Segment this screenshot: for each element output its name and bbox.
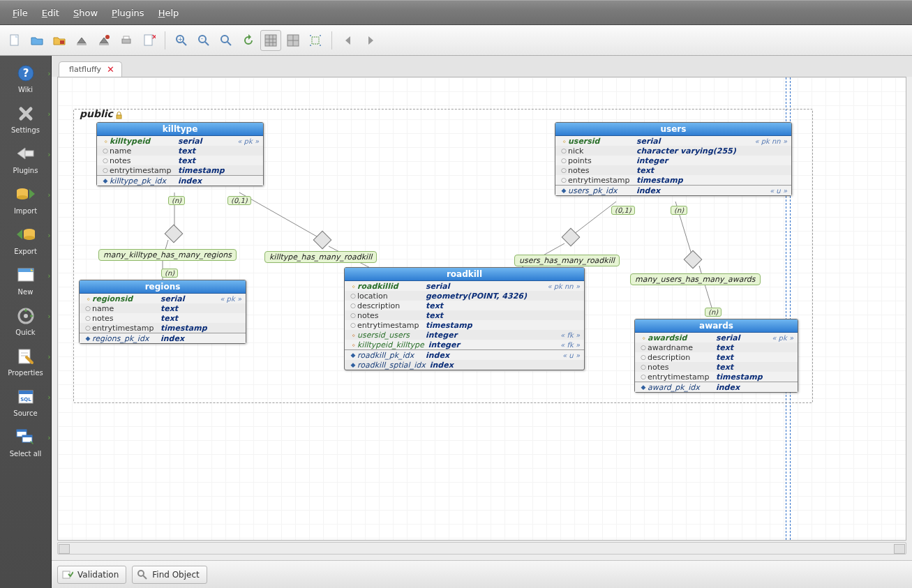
diagram-canvas[interactable]: public <box>58 77 906 540</box>
table-row[interactable]: ○descriptiontext <box>345 301 584 310</box>
validation-button[interactable]: Validation <box>57 566 126 584</box>
table-roadkill[interactable]: roadkill ⬦roadkillidserial« pk nn »○loca… <box>344 267 585 370</box>
table-row[interactable]: ◆roadkill_pk_idxindex« u » <box>345 350 584 360</box>
table-row[interactable]: ○entrytimestamptimestamp <box>555 175 791 185</box>
sidebar-new[interactable]: New <box>5 265 47 296</box>
column-type: timestamp <box>421 321 577 330</box>
find-object-button[interactable]: Find Object <box>132 566 207 584</box>
table-row[interactable]: ○entrytimestamptimestamp <box>80 323 246 333</box>
sidebar-export[interactable]: Export <box>5 225 47 255</box>
new-file-icon[interactable] <box>4 30 25 51</box>
table-row[interactable]: ⬦regionsidserial« pk » <box>80 294 246 303</box>
menu-file[interactable]: File <box>6 3 35 22</box>
table-row[interactable]: ○nametext <box>80 303 246 313</box>
table-row[interactable]: ○entrytimestamptimestamp <box>97 165 263 175</box>
column-type: timestamp <box>632 176 784 185</box>
table-row[interactable]: ⬦killtypeid_killtypeinteger« fk » <box>345 340 584 349</box>
sidebar-quick[interactable]: Quick <box>5 306 47 336</box>
svg-line-13 <box>205 42 209 45</box>
menu-show[interactable]: Show <box>66 3 105 22</box>
sidebar-plugins[interactable]: Plugins <box>5 144 47 174</box>
tab-close-icon[interactable]: ✕ <box>107 65 114 74</box>
rel-killtype-regions[interactable]: many_killtype_has_many_regions <box>98 249 237 261</box>
table-row[interactable]: ○notestext <box>80 313 246 323</box>
table-row[interactable]: ○notestext <box>635 362 798 372</box>
table-row[interactable]: ◆regions_pk_idxindex <box>80 333 246 343</box>
table-row[interactable]: ○notestext <box>555 165 791 175</box>
svg-text:-: - <box>201 36 203 42</box>
column-name: award_pk_idx <box>648 383 712 392</box>
snap-icon[interactable] <box>305 30 326 51</box>
nav-prev-icon[interactable] <box>338 30 359 51</box>
zoom-fit-icon[interactable] <box>216 30 237 51</box>
nav-next-icon[interactable] <box>360 30 381 51</box>
rel-users-roadkill[interactable]: users_has_many_roadkill <box>514 255 620 266</box>
column-name: entrytimestamp <box>357 321 421 330</box>
tab-model[interactable]: flatfluffy ✕ <box>59 61 122 77</box>
refresh-icon[interactable] <box>238 30 259 51</box>
statusbar: Validation Find Object <box>52 560 912 588</box>
svg-point-26 <box>310 35 311 36</box>
table-row[interactable]: ◆award_pk_idxindex <box>635 382 798 392</box>
menu-help[interactable]: Help <box>151 3 186 22</box>
table-row[interactable]: ◆users_pk_idxindex« u » <box>555 186 791 195</box>
zoom-out-icon[interactable]: - <box>193 30 214 51</box>
column-type: text <box>712 343 791 352</box>
pk-key-icon: ⬦ <box>560 137 568 144</box>
table-row[interactable]: ○entrytimestamptimestamp <box>345 320 584 330</box>
sidebar-wiki[interactable]: ?Wiki <box>5 63 47 93</box>
sidebar-properties[interactable]: Properties <box>5 346 47 377</box>
table-row[interactable]: ○notestext <box>345 310 584 320</box>
print-icon[interactable] <box>116 30 137 51</box>
sidebar-new-label: New <box>18 288 33 296</box>
table-row[interactable]: ○descriptiontext <box>635 352 798 362</box>
sidebar-settings[interactable]: Settings <box>5 103 47 134</box>
column-icon: ○ <box>639 354 648 361</box>
table-row[interactable]: ⬦roadkillidserial« pk nn » <box>345 281 584 291</box>
column-icon: ○ <box>84 315 92 322</box>
table-row[interactable]: ⬦usersidserial« pk nn » <box>555 136 791 146</box>
save-icon[interactable] <box>71 30 92 51</box>
column-name: usersid <box>568 137 632 146</box>
table-row[interactable]: ○pointsinteger <box>555 156 791 165</box>
table-row[interactable]: ◆roadkill_sptial_idxindex <box>345 360 584 370</box>
save-as-icon[interactable] <box>94 30 114 51</box>
cardinality: (n) <box>168 196 185 205</box>
rel-users-awards[interactable]: many_users_has_many_awards <box>630 273 761 285</box>
table-killtype[interactable]: killtype ⬦killtypeidserial« pk »○nametex… <box>96 122 264 186</box>
table-row[interactable]: ⬦usersid_usersinteger« fk » <box>345 330 584 340</box>
column-type: timestamp <box>712 372 791 382</box>
table-row[interactable]: ⬦awardsidserial« pk » <box>635 333 798 342</box>
sidebar-source[interactable]: SQLSource <box>5 386 47 417</box>
sidebar-import[interactable]: Import <box>5 184 47 215</box>
table-row[interactable]: ○nickcharacter varying(255) <box>555 146 791 156</box>
table-row[interactable]: ○awardnametext <box>635 342 798 352</box>
column-flag: « u » <box>767 187 787 195</box>
grid-small-icon[interactable] <box>260 30 281 51</box>
table-row[interactable]: ◆killtype_pk_idxindex <box>97 176 263 186</box>
table-row[interactable]: ○entrytimestamptimestamp <box>635 372 798 382</box>
column-type: serial <box>421 282 544 291</box>
toolbar-separator-1 <box>165 31 165 50</box>
open-folder-icon[interactable] <box>27 30 47 51</box>
grid-large-icon[interactable] <box>283 30 304 51</box>
folder-locked-icon[interactable] <box>49 30 70 51</box>
column-type: character varying(255) <box>632 146 784 156</box>
close-file-icon[interactable]: × <box>138 30 159 51</box>
horizontal-scrollbar[interactable] <box>57 542 906 555</box>
table-row[interactable]: ○locationgeometry(POINT, 4326) <box>345 291 584 301</box>
svg-point-42 <box>24 314 28 318</box>
table-regions[interactable]: regions ⬦regionsidserial« pk »○nametext○… <box>79 280 246 344</box>
sidebar-select-all[interactable]: Select all <box>5 427 47 458</box>
svg-rect-50 <box>17 430 27 432</box>
table-users[interactable]: users ⬦usersidserial« pk nn »○nickcharac… <box>555 122 792 196</box>
rel-killtype-roadkill[interactable]: killtype_has_many_roadkill <box>264 251 377 263</box>
svg-point-15 <box>221 36 228 43</box>
table-row[interactable]: ○nametext <box>97 146 263 156</box>
menu-plugins[interactable]: Plugins <box>105 3 151 22</box>
table-row[interactable]: ⬦killtypeidserial« pk » <box>97 136 263 146</box>
table-awards[interactable]: awards ⬦awardsidserial« pk »○awardnamete… <box>634 319 798 393</box>
table-row[interactable]: ○notestext <box>97 156 263 165</box>
menu-edit[interactable]: Edit <box>35 3 66 22</box>
zoom-in-icon[interactable]: + <box>171 30 192 51</box>
